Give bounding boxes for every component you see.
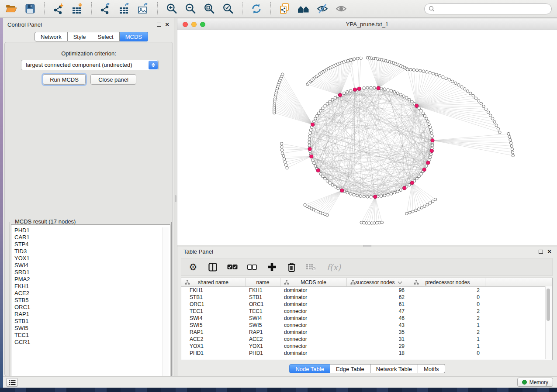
- open-file-icon[interactable]: [5, 3, 17, 15]
- tab-motifs[interactable]: Motifs: [418, 364, 445, 373]
- search-box[interactable]: [424, 3, 552, 14]
- close-panel-icon[interactable]: ×: [165, 22, 169, 27]
- list-item[interactable]: RAP1: [14, 311, 170, 318]
- optimization-criterion-value: largest connected component (undirected): [26, 62, 132, 68]
- network-from-selection-icon[interactable]: [279, 3, 291, 15]
- deselect-all-checkboxes-icon[interactable]: [247, 262, 257, 272]
- hide-selected-icon[interactable]: [316, 3, 329, 15]
- task-history-button[interactable]: [6, 378, 18, 387]
- zoom-out-icon[interactable]: [184, 3, 197, 15]
- close-panel-button[interactable]: Close panel: [90, 74, 136, 85]
- import-table-icon[interactable]: [71, 3, 83, 15]
- table-row[interactable]: PHD1PHD1dominator180: [181, 350, 552, 357]
- list-item[interactable]: SRD1: [14, 269, 170, 276]
- import-network-icon[interactable]: [52, 3, 65, 15]
- search-icon: [429, 6, 435, 12]
- show-all-icon[interactable]: [335, 3, 347, 15]
- table-row[interactable]: FKH1FKH1dominator962: [181, 287, 552, 294]
- export-network-icon[interactable]: [100, 3, 112, 15]
- show-columns-icon[interactable]: [208, 262, 218, 272]
- table-header-row: shared name name MCDS role successor nod…: [181, 278, 552, 287]
- float-panel-icon[interactable]: [539, 250, 543, 254]
- vertical-splitter[interactable]: [174, 18, 177, 376]
- list-item[interactable]: GCR1: [14, 339, 170, 346]
- table-row[interactable]: STB1STB1dominator620: [181, 294, 552, 301]
- refresh-view-icon[interactable]: [250, 3, 263, 15]
- sort-chevron-icon[interactable]: [398, 279, 402, 284]
- delete-table-icon[interactable]: [306, 262, 316, 272]
- fit-content-icon[interactable]: [203, 3, 215, 15]
- function-builder-icon[interactable]: f(x): [325, 262, 342, 272]
- network-graph[interactable]: [177, 30, 557, 245]
- table-row[interactable]: RAP1RAP1dominator352: [181, 329, 552, 336]
- list-item[interactable]: PMA2: [14, 276, 170, 283]
- column-header-name[interactable]: name: [246, 278, 280, 286]
- table-row[interactable]: ACE2ACE2connector311: [181, 336, 552, 343]
- zoom-selected-icon[interactable]: [222, 3, 234, 15]
- sitemap-icon: [350, 280, 356, 285]
- table-panel: Table Panel × ⚙ f(x): [177, 247, 557, 376]
- table-row[interactable]: ORC1ORC1dominator610: [181, 301, 552, 308]
- table-panel-title: Table Panel: [183, 248, 213, 255]
- float-panel-icon[interactable]: [157, 23, 161, 27]
- column-header-predecessor-nodes[interactable]: predecessor nodes: [410, 278, 485, 286]
- list-item[interactable]: ORC1: [14, 304, 170, 311]
- tab-mcds[interactable]: MCDS: [120, 32, 148, 41]
- column-header-mcds-role[interactable]: MCDS role: [280, 278, 347, 286]
- list-item[interactable]: FKH1: [14, 283, 170, 290]
- list-item[interactable]: YOX1: [14, 255, 170, 262]
- optimization-criterion-select[interactable]: largest connected component (undirected): [21, 60, 159, 70]
- network-window-title: YPA_prune.txt_1: [177, 21, 557, 28]
- desktop-wallpaper-bottom: [0, 388, 557, 392]
- export-table-icon[interactable]: [118, 3, 131, 15]
- scrollbar-thumb[interactable]: [547, 289, 550, 321]
- network-canvas[interactable]: [177, 30, 557, 245]
- list-item[interactable]: STB5: [14, 297, 170, 304]
- tab-node-table[interactable]: Node Table: [289, 364, 330, 373]
- splitter-grip[interactable]: [175, 195, 176, 202]
- save-session-icon[interactable]: [24, 3, 36, 15]
- table-body: FKH1FKH1dominator962 STB1STB1dominator62…: [181, 287, 552, 357]
- delete-column-icon[interactable]: [286, 262, 297, 272]
- select-all-checkboxes-icon[interactable]: [227, 262, 238, 272]
- network-view-window: YPA_prune.txt_1: [177, 19, 557, 245]
- tab-select[interactable]: Select: [92, 32, 120, 41]
- table-row[interactable]: SWI4SWI4dominator462: [181, 315, 552, 322]
- list-item[interactable]: CAR1: [14, 234, 170, 241]
- list-item[interactable]: SWI4: [14, 262, 170, 269]
- column-header-shared-name[interactable]: shared name: [181, 278, 246, 286]
- tab-style[interactable]: Style: [68, 32, 92, 41]
- list-item[interactable]: STP4: [14, 241, 170, 248]
- memory-button[interactable]: Memory: [517, 378, 553, 387]
- scrollbar-track[interactable]: [545, 286, 552, 359]
- list-item[interactable]: ACE2: [14, 290, 170, 297]
- sitemap-icon: [185, 280, 190, 285]
- toolbar-separator: [157, 2, 158, 15]
- tab-network-table[interactable]: Network Table: [370, 364, 418, 373]
- add-column-icon[interactable]: [266, 262, 277, 272]
- tab-edge-table[interactable]: Edge Table: [330, 364, 370, 373]
- application-window: Control Panel × Network Style Select MCD…: [0, 0, 557, 392]
- scrollbar-track[interactable]: [163, 227, 169, 382]
- list-item[interactable]: TID3: [14, 248, 170, 255]
- column-settings-gear-icon[interactable]: ⚙: [188, 262, 198, 272]
- run-mcds-button[interactable]: Run MCDS: [43, 74, 86, 85]
- network-window-titlebar[interactable]: YPA_prune.txt_1: [177, 19, 557, 30]
- table-row[interactable]: TEC1TEC1connector472: [181, 308, 552, 315]
- list-item[interactable]: STB1: [14, 318, 170, 325]
- table-row[interactable]: SWI5SWI5connector431: [181, 322, 552, 329]
- list-item[interactable]: SWI5: [14, 325, 170, 332]
- zoom-in-icon[interactable]: [166, 3, 178, 15]
- tab-network[interactable]: Network: [35, 32, 68, 41]
- first-neighbors-icon[interactable]: [298, 3, 310, 15]
- search-input[interactable]: [437, 5, 547, 12]
- control-panel: Control Panel × Network Style Select MCD…: [3, 18, 174, 376]
- list-item[interactable]: PHD1: [14, 227, 170, 234]
- mcds-result-list[interactable]: PHD1 CAR1 STP4 TID3 YOX1 SWI4 SRD1 PMA2 …: [11, 224, 170, 384]
- list-item[interactable]: TEC1: [14, 332, 170, 339]
- column-header-successor-nodes[interactable]: successor nodes: [347, 278, 410, 286]
- export-image-icon[interactable]: [137, 3, 149, 15]
- table-row[interactable]: YOX1YOX1connector291: [181, 343, 552, 350]
- mcds-tab-content: Optimization criterion: largest connecte…: [4, 42, 173, 376]
- close-panel-icon[interactable]: ×: [547, 249, 551, 254]
